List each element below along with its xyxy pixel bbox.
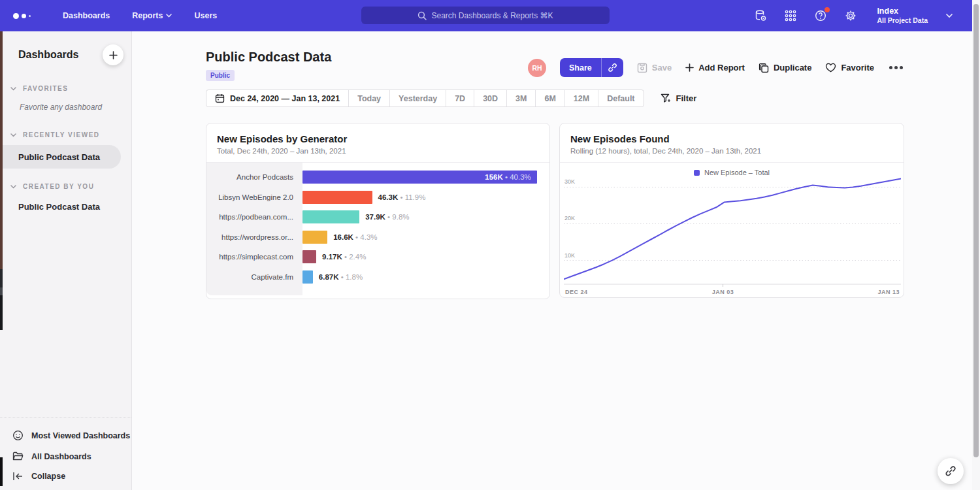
more-options-button[interactable] xyxy=(888,63,904,72)
avatar[interactable]: RH xyxy=(528,59,546,77)
project-chevron-down-icon[interactable] xyxy=(946,14,953,18)
card-new-episodes-found: New Episodes Found Rolling (12 hours), t… xyxy=(559,123,904,298)
filter-button[interactable]: Filter xyxy=(661,93,697,104)
chevron-down-icon xyxy=(10,133,16,137)
favorites-empty-text: Favorite any dashboard xyxy=(0,92,131,112)
sidebar-title: Dashboards xyxy=(18,49,78,61)
project-switcher[interactable]: Index All Project Data xyxy=(877,7,928,25)
sidebar-item-public-podcast-data[interactable]: Public Podcast Data xyxy=(0,145,121,169)
bar-row[interactable]: https://wordpress.or... 16.6K • 4.3% xyxy=(206,227,549,248)
nav-item-users[interactable]: Users xyxy=(194,11,217,20)
most-viewed-dashboards-button[interactable]: Most Viewed Dashboards xyxy=(0,425,131,446)
plus-icon xyxy=(685,63,694,72)
help-icon[interactable] xyxy=(814,9,827,22)
settings-gear-icon[interactable] xyxy=(844,9,857,22)
bar-simplecast[interactable] xyxy=(302,250,316,263)
project-scope: All Project Data xyxy=(877,16,928,25)
sidebar-section-created-by-you[interactable]: CREATED BY YOU xyxy=(0,183,131,190)
smiley-icon xyxy=(12,430,24,441)
page-title: Public Podcast Data xyxy=(206,50,331,65)
share-button[interactable]: Share xyxy=(560,58,601,77)
add-dashboard-button[interactable] xyxy=(103,44,123,65)
calendar-icon xyxy=(215,93,225,103)
chevron-down-icon xyxy=(10,185,16,189)
top-navbar: Dashboards Reports Users Search Dashboar… xyxy=(0,0,972,31)
bar-row[interactable]: Captivate.fm 6.87K • 1.8% xyxy=(206,267,549,287)
page-scrollbar[interactable] xyxy=(972,0,980,490)
filter-funnel-icon xyxy=(661,93,671,104)
line-chart[interactable]: 10K20K30KDEC 24JAN 03JAN 13 xyxy=(564,172,901,297)
search-input[interactable]: Search Dashboards & Reports ⌘K xyxy=(361,7,610,24)
link-icon xyxy=(608,63,617,73)
bar-row[interactable]: https://podbean.com... 37.9K • 9.8% xyxy=(206,207,549,227)
chevron-down-icon xyxy=(10,87,16,91)
plus-icon xyxy=(109,51,118,59)
data-sources-icon[interactable] xyxy=(754,9,767,22)
scrollbar-thumb[interactable] xyxy=(973,4,979,457)
svg-text:DEC 24: DEC 24 xyxy=(565,289,588,295)
chevron-down-icon xyxy=(166,14,172,18)
preset-yesterday[interactable]: Yesterday xyxy=(390,90,446,106)
svg-text:30K: 30K xyxy=(564,178,575,185)
share-link-button[interactable] xyxy=(601,58,623,77)
main-content: Public Podcast Data Public RH Share xyxy=(132,31,972,490)
window-edge-strip xyxy=(0,269,3,287)
sidebar: Dashboards FAVORITES Favorite any dashbo… xyxy=(0,31,132,490)
bar-row[interactable]: https://simplecast.com 9.17K • 2.4% xyxy=(206,247,549,267)
copy-icon xyxy=(759,63,769,73)
nav-item-dashboards[interactable]: Dashboards xyxy=(63,11,110,20)
collapse-sidebar-button[interactable]: Collapse xyxy=(0,466,131,486)
card-subtitle: Rolling (12 hours), total, Dec 24th, 202… xyxy=(570,147,893,155)
floating-link-button[interactable] xyxy=(938,458,964,484)
bar-libsyn[interactable] xyxy=(302,191,372,204)
sidebar-section-favorites[interactable]: FAVORITES xyxy=(0,85,131,92)
preset-12m[interactable]: 12M xyxy=(565,90,598,106)
preset-today[interactable]: Today xyxy=(349,90,390,106)
card-subtitle: Total, Dec 24th, 2020 – Jan 13th, 2021 xyxy=(217,147,539,155)
card-title: New Episodes Found xyxy=(570,133,893,144)
heart-icon xyxy=(825,63,836,73)
bar-captivate[interactable] xyxy=(302,270,313,284)
preset-3m[interactable]: 3M xyxy=(507,90,536,106)
notification-badge xyxy=(825,7,830,12)
public-badge: Public xyxy=(206,70,235,81)
window-edge-strip xyxy=(0,295,3,330)
collapse-left-icon xyxy=(12,472,24,481)
save-button[interactable]: Save xyxy=(637,63,672,73)
svg-text:JAN 03: JAN 03 xyxy=(712,289,734,295)
apps-grid-icon[interactable] xyxy=(784,9,797,22)
duplicate-button[interactable]: Duplicate xyxy=(759,63,812,73)
search-placeholder: Search Dashboards & Reports ⌘K xyxy=(431,11,553,20)
date-range-button[interactable]: Dec 24, 2020 — Jan 13, 2021 xyxy=(206,90,349,106)
window-edge-strip xyxy=(0,31,3,269)
svg-text:JAN 13: JAN 13 xyxy=(877,289,900,295)
bar-podbean[interactable] xyxy=(302,210,359,223)
card-new-episodes-by-generator: New Episodes by Generator Total, Dec 24t… xyxy=(206,123,550,299)
card-title: New Episodes by Generator xyxy=(217,133,539,144)
add-report-button[interactable]: Add Report xyxy=(685,63,745,73)
sidebar-section-recently-viewed[interactable]: RECENTLY VIEWED xyxy=(0,131,131,139)
preset-6m[interactable]: 6M xyxy=(536,90,564,106)
folder-icon xyxy=(12,451,24,461)
svg-text:20K: 20K xyxy=(564,215,575,221)
divider xyxy=(0,417,131,418)
save-icon xyxy=(637,63,647,73)
bar-row[interactable]: Libsyn WebEngine 2.0 46.3K • 11.9% xyxy=(206,188,549,208)
project-name: Index xyxy=(877,7,928,17)
window-edge-strip xyxy=(0,287,3,295)
search-icon xyxy=(417,11,427,20)
all-dashboards-button[interactable]: All Dashboards xyxy=(0,446,131,466)
favorite-button[interactable]: Favorite xyxy=(825,63,874,73)
nav-item-reports[interactable]: Reports xyxy=(132,11,172,20)
link-icon xyxy=(945,465,956,477)
svg-text:10K: 10K xyxy=(564,252,575,259)
preset-30d[interactable]: 30D xyxy=(474,90,507,106)
bar-row[interactable]: Anchor Podcasts 156K • 40.3% xyxy=(206,167,549,188)
preset-7d[interactable]: 7D xyxy=(446,90,474,106)
window-edge-strip xyxy=(0,457,3,486)
app-logo[interactable] xyxy=(13,13,35,19)
bar-anchor-podcasts[interactable]: 156K • 40.3% xyxy=(302,171,537,184)
sidebar-item-public-podcast-data-created[interactable]: Public Podcast Data xyxy=(0,195,131,218)
bar-wordpress[interactable] xyxy=(302,231,327,244)
preset-default[interactable]: Default xyxy=(598,90,643,106)
